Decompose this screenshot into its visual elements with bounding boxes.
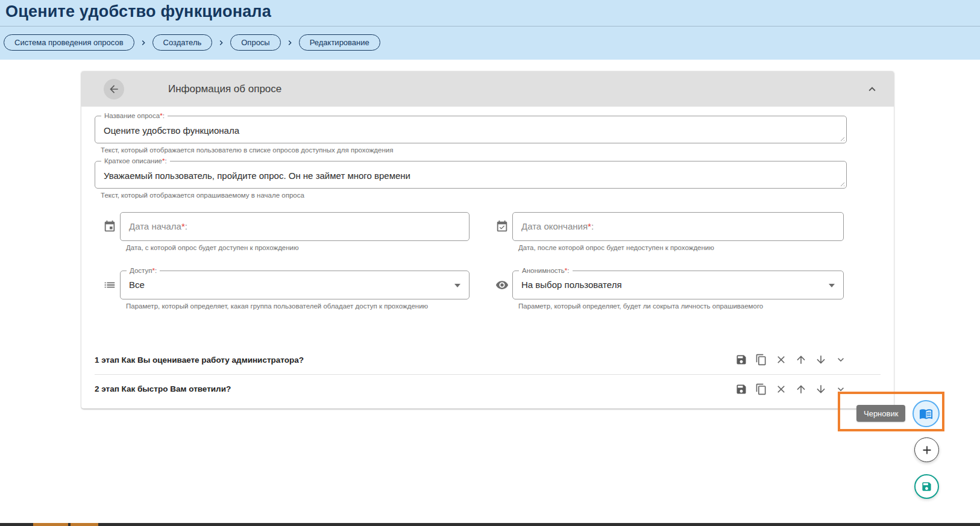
dropdown-arrow-icon (454, 284, 460, 287)
end-date-input[interactable]: Дата окончания*: (512, 212, 844, 241)
copy-icon (755, 354, 767, 366)
anonymity-selected-value: На выбор пользователя (521, 278, 622, 291)
stage-delete-button[interactable] (775, 383, 787, 395)
stage-move-up-button[interactable] (795, 383, 807, 395)
preview-book-button[interactable] (912, 400, 940, 427)
survey-info-card: Информация об опросе Название опроса*: О… (81, 71, 894, 409)
survey-info-card-header: Информация об опросе (81, 71, 894, 107)
start-date-helper: Дата, с которой опрос будет доступен к п… (126, 243, 470, 252)
stage-row: 1 этап Как Вы оцениваете работу админист… (95, 346, 881, 375)
stage-actions (735, 354, 847, 366)
breadcrumb-item-system[interactable]: Система проведения опросов (4, 34, 134, 51)
breadcrumb-item-surveys[interactable]: Опросы (230, 34, 280, 51)
collapse-card-button[interactable] (864, 81, 881, 98)
access-label: Доступ*: (127, 266, 160, 275)
stage-move-up-button[interactable] (795, 354, 807, 366)
chevron-down-icon (835, 354, 847, 366)
stage-move-down-button[interactable] (815, 383, 827, 395)
stage-row: 2 этап Как быстро Вам ответили? (95, 375, 881, 404)
taskbar-edge-highlight (71, 523, 98, 526)
survey-name-label: Название опроса*: (101, 111, 168, 121)
chevron-right-icon (285, 38, 295, 48)
stage-expand-button[interactable] (835, 354, 847, 366)
dates-row: Дата начала*: Дата, с которой опрос буде… (95, 212, 881, 258)
stage-expand-button[interactable] (835, 383, 847, 395)
header-divider (0, 26, 980, 27)
save-icon (921, 481, 932, 492)
end-date-helper: Дата, после которой опрос будет недоступ… (518, 243, 844, 252)
textarea-resize-handle[interactable] (839, 136, 844, 141)
add-stage-button[interactable] (914, 437, 939, 462)
survey-name-input[interactable]: Название опроса*: Оцените удобство функц… (95, 116, 847, 143)
stage-delete-button[interactable] (775, 354, 787, 366)
arrow-down-icon (815, 354, 827, 366)
stage-actions (735, 383, 847, 395)
taskbar-edge-highlight (33, 523, 68, 526)
textarea-resize-handle[interactable] (839, 181, 844, 186)
calendar-check-icon (495, 212, 509, 241)
save-icon (735, 383, 747, 395)
stage-copy-button[interactable] (755, 383, 767, 395)
anonymity-helper: Параметр, который определяет, будет ли с… (518, 302, 844, 311)
short-description-helper: Текст, который отображается опрашиваемом… (101, 191, 881, 200)
short-description-input[interactable]: Краткое описание*: Уважаемый пользовател… (95, 161, 847, 189)
short-description-value: Уважаемый пользователь, пройдите опрос. … (104, 169, 838, 182)
chevron-right-icon (139, 38, 148, 48)
survey-name-value: Оцените удобство функционала (104, 124, 838, 137)
close-icon (775, 354, 787, 366)
breadcrumb-item-editing[interactable]: Редактирование (299, 34, 380, 51)
stage-save-button[interactable] (735, 383, 747, 395)
stage-move-down-button[interactable] (815, 354, 827, 366)
save-icon (735, 354, 747, 366)
arrow-left-icon (108, 83, 120, 95)
survey-info-card-body: Название опроса*: Оцените удобство функц… (81, 107, 894, 409)
taskbar-edge (0, 523, 980, 526)
anonymity-select[interactable]: Анонимность*: На выбор пользователя (512, 271, 844, 299)
start-date-placeholder: Дата начала*: (129, 221, 187, 231)
list-icon (102, 271, 117, 299)
stages-list: 1 этап Как Вы оцениваете работу админист… (95, 346, 881, 404)
save-survey-button[interactable] (914, 474, 939, 499)
arrow-down-icon (815, 383, 827, 395)
chevron-right-icon (216, 38, 226, 48)
arrow-up-icon (795, 354, 807, 366)
book-icon (919, 407, 933, 421)
dropdown-arrow-icon (829, 284, 835, 287)
arrow-up-icon (795, 383, 807, 395)
selects-row: Доступ*: Все Параметр, который определяе… (95, 271, 881, 317)
access-helper: Параметр, который определяет, какая груп… (126, 302, 470, 311)
stage-title: 1 этап Как Вы оцениваете работу админист… (95, 355, 304, 365)
card-title: Информация об опросе (168, 83, 281, 95)
chevron-down-icon (835, 383, 847, 395)
close-icon (775, 383, 787, 395)
start-date-input[interactable]: Дата начала*: (120, 212, 470, 241)
stage-title: 2 этап Как быстро Вам ответили? (95, 384, 231, 393)
plus-icon (920, 443, 934, 457)
page-title: Оцените удобство функционала (0, 0, 980, 26)
back-button[interactable] (104, 79, 124, 99)
stage-save-button[interactable] (735, 354, 747, 366)
breadcrumb: Система проведения опросов Создатель Опр… (4, 34, 980, 51)
breadcrumb-item-creator[interactable]: Создатель (152, 34, 213, 51)
end-date-placeholder: Дата окончания*: (521, 221, 594, 231)
access-selected-value: Все (129, 278, 145, 291)
status-badge-draft: Черновик (856, 405, 905, 422)
chevron-up-icon (865, 83, 879, 96)
survey-name-helper: Текст, который отображается пользователю… (101, 146, 881, 155)
stage-copy-button[interactable] (755, 354, 767, 366)
eye-icon (495, 271, 509, 299)
anonymity-label: Анонимность*: (519, 266, 573, 275)
access-select[interactable]: Доступ*: Все (120, 271, 470, 299)
calendar-icon (102, 212, 117, 241)
short-description-label: Краткое описание*: (101, 156, 170, 166)
page-header: Оцените удобство функционала Система про… (0, 0, 980, 60)
copy-icon (755, 383, 767, 395)
